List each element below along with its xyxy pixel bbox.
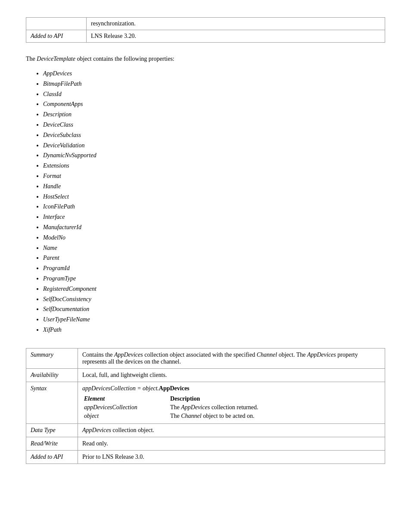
table-row: Added to APIPrior to LNS Release 3.0.: [26, 450, 385, 464]
list-item: Description: [43, 109, 385, 120]
list-item: UserTypeFileName: [43, 314, 385, 325]
description-header: Description: [168, 395, 380, 403]
resync-cell: resynchronization.: [87, 18, 385, 30]
list-item: ClassId: [43, 89, 385, 100]
list-item: ModelNo: [43, 233, 385, 243]
table-row: appDevicesCollectionThe AppDevices colle…: [82, 403, 380, 412]
row-label: Availability: [26, 368, 78, 382]
table-row: resynchronization.: [26, 18, 385, 30]
table-row: SummaryContains the AppDevices collectio…: [26, 348, 385, 368]
description-cell: The Channel object to be acted on.: [168, 412, 380, 420]
empty-cell: [26, 18, 87, 30]
row-label: Read/Write: [26, 437, 78, 450]
syntax-line: appDevicesCollection = object.AppDevices: [82, 385, 380, 392]
list-item: DeviceSubclass: [43, 130, 385, 140]
list-item: BitmapFilePath: [43, 79, 385, 89]
intro-text-before: The: [26, 56, 37, 62]
list-item: AppDevices: [43, 68, 385, 79]
list-item: ProgramType: [43, 274, 385, 284]
row-content: Prior to LNS Release 3.0.: [78, 450, 385, 464]
row-content: Contains the AppDevices collection objec…: [78, 348, 385, 368]
row-content: Read only.: [78, 437, 385, 450]
list-item: DynamicNvSupported: [43, 150, 385, 161]
api-table: SummaryContains the AppDevices collectio…: [26, 348, 385, 464]
list-item: Parent: [43, 253, 385, 263]
element-cell: appDevicesCollection: [82, 403, 168, 412]
element-cell: object: [82, 412, 168, 420]
top-table: resynchronization. Added to API LNS Rele…: [26, 17, 385, 43]
list-item: Handle: [43, 181, 385, 192]
list-item: Extensions: [43, 161, 385, 171]
list-item: SelfDocumentation: [43, 304, 385, 314]
row-label: Syntax: [26, 382, 78, 423]
list-item: Name: [43, 243, 385, 253]
list-item: IconFilePath: [43, 202, 385, 212]
row-content: appDevicesCollection = object.AppDevices…: [78, 382, 385, 423]
row-label: Summary: [26, 348, 78, 368]
list-item: SelfDocConsistency: [43, 294, 385, 305]
list-item: HostSelect: [43, 192, 385, 202]
table-row: objectThe Channel object to be acted on.: [82, 412, 380, 420]
list-item: ManufacturerId: [43, 222, 385, 233]
list-item: ComponentApps: [43, 99, 385, 109]
list-item: Format: [43, 171, 385, 181]
list-item: Interface: [43, 212, 385, 222]
list-item: DeviceValidation: [43, 140, 385, 151]
element-header: Element: [82, 395, 168, 403]
inner-syntax-table: ElementDescriptionappDevicesCollectionTh…: [82, 395, 380, 420]
intro-paragraph: The DeviceTemplate object contains the f…: [26, 56, 385, 62]
table-row: Added to API LNS Release 3.20.: [26, 30, 385, 43]
row-content: Local, full, and lightweight clients.: [78, 368, 385, 382]
properties-list: AppDevicesBitmapFilePathClassIdComponent…: [26, 68, 385, 335]
list-item: ProgramId: [43, 263, 385, 274]
table-row: ElementDescription: [82, 395, 380, 403]
row-label: Added to API: [26, 450, 78, 464]
table-row: SyntaxappDevicesCollection = object.AppD…: [26, 382, 385, 423]
table-row: Data TypeAppDevices collection object.: [26, 423, 385, 437]
list-item: RegisteredComponent: [43, 284, 385, 294]
added-to-api-value: LNS Release 3.20.: [87, 30, 385, 43]
device-template-object-name: DeviceTemplate: [37, 56, 75, 62]
table-row: Read/WriteRead only.: [26, 437, 385, 450]
intro-text-after: object contains the following properties…: [75, 56, 174, 62]
row-label: Data Type: [26, 423, 78, 437]
list-item: XifPath: [43, 325, 385, 335]
row-content: AppDevices collection object.: [78, 423, 385, 437]
description-cell: The AppDevices collection returned.: [168, 403, 380, 412]
list-item: DeviceClass: [43, 120, 385, 130]
added-to-api-label: Added to API: [26, 30, 87, 43]
table-row: AvailabilityLocal, full, and lightweight…: [26, 368, 385, 382]
